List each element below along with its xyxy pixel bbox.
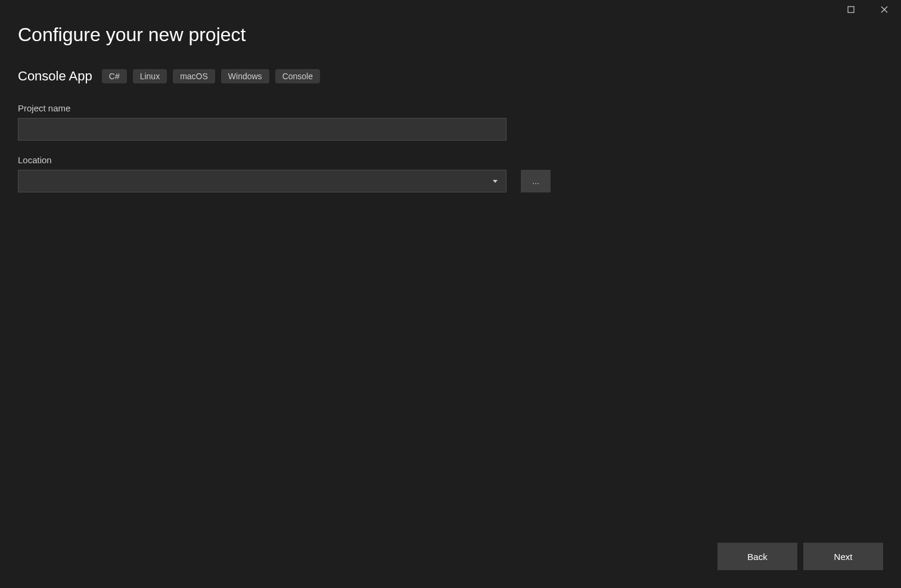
back-button[interactable]: Back xyxy=(717,543,797,570)
location-label: Location xyxy=(18,155,883,165)
tag-console: Console xyxy=(275,69,320,83)
page-title: Configure your new project xyxy=(18,24,883,46)
tag-windows: Windows xyxy=(221,69,269,83)
project-name-section: Project name xyxy=(18,103,883,141)
project-name-input[interactable] xyxy=(18,118,507,141)
footer-actions: Back Next xyxy=(717,543,883,570)
tag-macos: macOS xyxy=(173,69,215,83)
tag-csharp: C# xyxy=(102,69,127,83)
location-combobox[interactable] xyxy=(18,170,507,192)
close-button[interactable] xyxy=(868,0,901,19)
location-section: Location ... xyxy=(18,155,883,192)
window-controls xyxy=(834,0,901,19)
template-row: Console App C# Linux macOS Windows Conso… xyxy=(18,69,883,84)
location-row: ... xyxy=(18,170,883,192)
browse-button[interactable]: ... xyxy=(521,170,551,192)
tag-linux: Linux xyxy=(133,69,167,83)
template-name: Console App xyxy=(18,69,92,84)
maximize-icon xyxy=(847,6,855,13)
template-tags: C# Linux macOS Windows Console xyxy=(102,69,320,83)
maximize-button[interactable] xyxy=(834,0,868,19)
chevron-down-icon xyxy=(493,180,498,183)
main-content: Configure your new project Console App C… xyxy=(0,0,901,588)
close-icon xyxy=(881,6,888,13)
project-name-label: Project name xyxy=(18,103,883,113)
svg-rect-0 xyxy=(848,7,854,13)
next-button[interactable]: Next xyxy=(803,543,883,570)
